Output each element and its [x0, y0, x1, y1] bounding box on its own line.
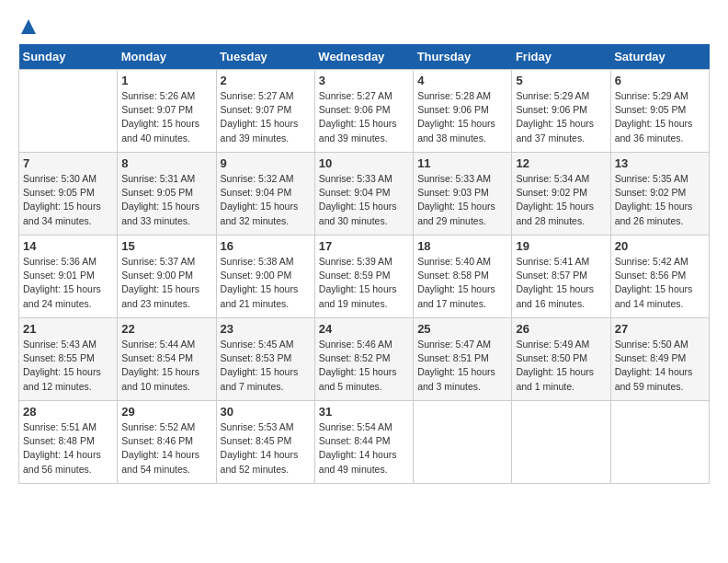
column-header-monday: Monday: [118, 44, 216, 70]
day-detail: Sunrise: 5:34 AM Sunset: 9:02 PM Dayligh…: [516, 172, 606, 228]
header-row: SundayMondayTuesdayWednesdayThursdayFrid…: [19, 44, 710, 70]
day-detail: Sunrise: 5:52 AM Sunset: 8:46 PM Dayligh…: [121, 420, 211, 477]
day-detail: Sunrise: 5:29 AM Sunset: 9:06 PM Dayligh…: [516, 89, 606, 145]
day-number: 19: [516, 239, 606, 253]
day-detail: Sunrise: 5:49 AM Sunset: 8:50 PM Dayligh…: [516, 338, 606, 394]
day-detail: Sunrise: 5:46 AM Sunset: 8:52 PM Dayligh…: [319, 338, 409, 394]
day-detail: Sunrise: 5:51 AM Sunset: 8:48 PM Dayligh…: [23, 420, 113, 477]
day-cell: 11Sunrise: 5:33 AM Sunset: 9:03 PM Dayli…: [414, 153, 512, 236]
day-number: 7: [23, 156, 113, 170]
day-cell: 20Sunrise: 5:42 AM Sunset: 8:56 PM Dayli…: [610, 236, 709, 318]
svg-marker-0: [21, 19, 36, 34]
day-cell: [414, 401, 512, 484]
day-cell: 25Sunrise: 5:47 AM Sunset: 8:51 PM Dayli…: [414, 318, 512, 401]
day-cell: 23Sunrise: 5:45 AM Sunset: 8:53 PM Dayli…: [216, 318, 314, 401]
day-cell: 15Sunrise: 5:37 AM Sunset: 9:00 PM Dayli…: [118, 236, 216, 318]
day-number: 21: [23, 322, 113, 336]
day-detail: Sunrise: 5:33 AM Sunset: 9:03 PM Dayligh…: [417, 172, 507, 228]
day-number: 24: [319, 322, 409, 336]
day-detail: Sunrise: 5:40 AM Sunset: 8:58 PM Dayligh…: [417, 255, 507, 311]
day-detail: Sunrise: 5:33 AM Sunset: 9:04 PM Dayligh…: [319, 172, 409, 228]
day-cell: [19, 70, 118, 153]
column-header-sunday: Sunday: [19, 44, 118, 70]
day-cell: 19Sunrise: 5:41 AM Sunset: 8:57 PM Dayli…: [512, 236, 610, 318]
week-row-3: 14Sunrise: 5:36 AM Sunset: 9:01 PM Dayli…: [19, 236, 710, 318]
day-number: 29: [121, 405, 211, 419]
day-number: 3: [319, 74, 409, 87]
day-number: 16: [221, 239, 311, 253]
day-detail: Sunrise: 5:27 AM Sunset: 9:06 PM Dayligh…: [319, 89, 409, 145]
day-detail: Sunrise: 5:39 AM Sunset: 8:59 PM Dayligh…: [319, 255, 409, 311]
column-header-thursday: Thursday: [414, 44, 512, 70]
day-detail: Sunrise: 5:29 AM Sunset: 9:05 PM Dayligh…: [615, 89, 705, 145]
day-cell: 10Sunrise: 5:33 AM Sunset: 9:04 PM Dayli…: [314, 153, 413, 236]
logo: [18, 18, 37, 35]
day-cell: [512, 401, 610, 484]
column-header-wednesday: Wednesday: [314, 44, 413, 70]
day-cell: 22Sunrise: 5:44 AM Sunset: 8:54 PM Dayli…: [118, 318, 216, 401]
day-detail: Sunrise: 5:27 AM Sunset: 9:07 PM Dayligh…: [221, 89, 311, 145]
page-header: [18, 18, 710, 35]
day-number: 17: [319, 239, 409, 253]
day-cell: 29Sunrise: 5:52 AM Sunset: 8:46 PM Dayli…: [118, 401, 216, 484]
day-detail: Sunrise: 5:53 AM Sunset: 8:45 PM Dayligh…: [221, 420, 311, 477]
day-cell: 27Sunrise: 5:50 AM Sunset: 8:49 PM Dayli…: [610, 318, 709, 401]
day-cell: 30Sunrise: 5:53 AM Sunset: 8:45 PM Dayli…: [216, 401, 314, 484]
day-number: 14: [23, 239, 113, 253]
day-number: 2: [221, 74, 311, 87]
week-row-1: 1Sunrise: 5:26 AM Sunset: 9:07 PM Daylig…: [19, 70, 710, 153]
calendar-table: SundayMondayTuesdayWednesdayThursdayFrid…: [18, 44, 710, 484]
day-number: 11: [417, 156, 507, 170]
day-number: 13: [615, 156, 705, 170]
day-cell: 2Sunrise: 5:27 AM Sunset: 9:07 PM Daylig…: [216, 70, 314, 153]
day-cell: 9Sunrise: 5:32 AM Sunset: 9:04 PM Daylig…: [216, 153, 314, 236]
day-detail: Sunrise: 5:30 AM Sunset: 9:05 PM Dayligh…: [23, 172, 113, 228]
logo-icon: [20, 18, 37, 35]
day-cell: 12Sunrise: 5:34 AM Sunset: 9:02 PM Dayli…: [512, 153, 610, 236]
day-number: 18: [417, 239, 507, 253]
day-detail: Sunrise: 5:54 AM Sunset: 8:44 PM Dayligh…: [319, 420, 409, 477]
day-cell: 8Sunrise: 5:31 AM Sunset: 9:05 PM Daylig…: [118, 153, 216, 236]
day-cell: 14Sunrise: 5:36 AM Sunset: 9:01 PM Dayli…: [19, 236, 118, 318]
day-detail: Sunrise: 5:50 AM Sunset: 8:49 PM Dayligh…: [615, 338, 705, 394]
day-cell: 3Sunrise: 5:27 AM Sunset: 9:06 PM Daylig…: [314, 70, 413, 153]
day-number: 4: [417, 74, 507, 87]
day-cell: 26Sunrise: 5:49 AM Sunset: 8:50 PM Dayli…: [512, 318, 610, 401]
day-detail: Sunrise: 5:26 AM Sunset: 9:07 PM Dayligh…: [121, 89, 211, 145]
day-cell: 13Sunrise: 5:35 AM Sunset: 9:02 PM Dayli…: [610, 153, 709, 236]
day-cell: 1Sunrise: 5:26 AM Sunset: 9:07 PM Daylig…: [118, 70, 216, 153]
day-cell: [610, 401, 709, 484]
day-number: 6: [615, 74, 705, 87]
day-cell: 31Sunrise: 5:54 AM Sunset: 8:44 PM Dayli…: [314, 401, 413, 484]
day-cell: 4Sunrise: 5:28 AM Sunset: 9:06 PM Daylig…: [414, 70, 512, 153]
column-header-tuesday: Tuesday: [216, 44, 314, 70]
day-number: 9: [221, 156, 311, 170]
day-cell: 5Sunrise: 5:29 AM Sunset: 9:06 PM Daylig…: [512, 70, 610, 153]
column-header-saturday: Saturday: [610, 44, 709, 70]
week-row-4: 21Sunrise: 5:43 AM Sunset: 8:55 PM Dayli…: [19, 318, 710, 401]
day-detail: Sunrise: 5:35 AM Sunset: 9:02 PM Dayligh…: [615, 172, 705, 228]
day-number: 25: [417, 322, 507, 336]
day-cell: 24Sunrise: 5:46 AM Sunset: 8:52 PM Dayli…: [314, 318, 413, 401]
day-detail: Sunrise: 5:36 AM Sunset: 9:01 PM Dayligh…: [23, 255, 113, 311]
day-number: 10: [319, 156, 409, 170]
day-number: 15: [121, 239, 211, 253]
day-number: 12: [516, 156, 606, 170]
column-header-friday: Friday: [512, 44, 610, 70]
day-cell: 16Sunrise: 5:38 AM Sunset: 9:00 PM Dayli…: [216, 236, 314, 318]
day-detail: Sunrise: 5:37 AM Sunset: 9:00 PM Dayligh…: [121, 255, 211, 311]
day-detail: Sunrise: 5:47 AM Sunset: 8:51 PM Dayligh…: [417, 338, 507, 394]
day-detail: Sunrise: 5:28 AM Sunset: 9:06 PM Dayligh…: [417, 89, 507, 145]
day-cell: 7Sunrise: 5:30 AM Sunset: 9:05 PM Daylig…: [19, 153, 118, 236]
day-cell: 21Sunrise: 5:43 AM Sunset: 8:55 PM Dayli…: [19, 318, 118, 401]
day-number: 31: [319, 405, 409, 419]
week-row-2: 7Sunrise: 5:30 AM Sunset: 9:05 PM Daylig…: [19, 153, 710, 236]
day-cell: 17Sunrise: 5:39 AM Sunset: 8:59 PM Dayli…: [314, 236, 413, 318]
day-number: 23: [221, 322, 311, 336]
day-number: 20: [615, 239, 705, 253]
day-detail: Sunrise: 5:32 AM Sunset: 9:04 PM Dayligh…: [221, 172, 311, 228]
day-number: 27: [615, 322, 705, 336]
day-number: 28: [23, 405, 113, 419]
day-cell: 18Sunrise: 5:40 AM Sunset: 8:58 PM Dayli…: [414, 236, 512, 318]
day-cell: 28Sunrise: 5:51 AM Sunset: 8:48 PM Dayli…: [19, 401, 118, 484]
